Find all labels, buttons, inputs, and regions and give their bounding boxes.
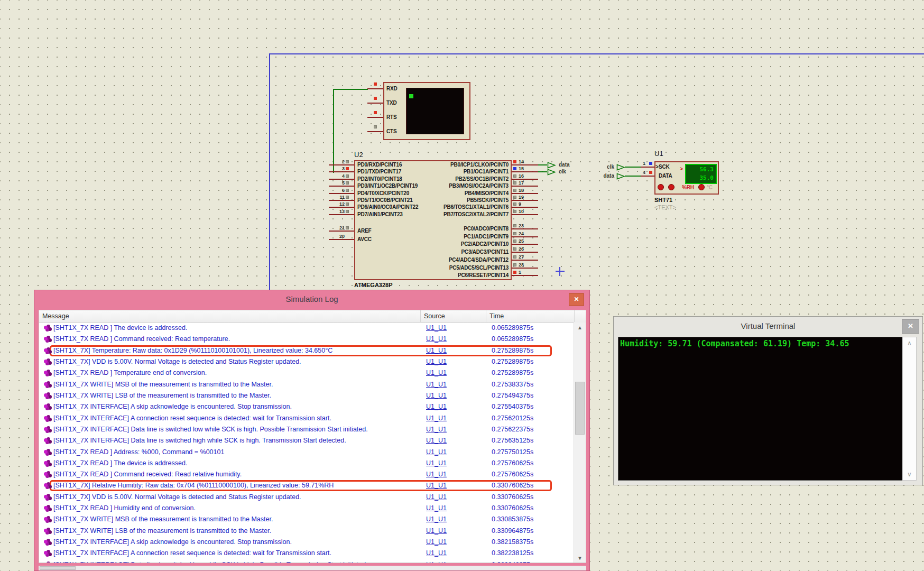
virtual-terminal-screen[interactable]: Humidity: 59.71 (Compansated: 61.19) Tem… <box>618 337 902 481</box>
log-source-link[interactable]: U1_U1 <box>426 514 447 525</box>
log-message-text: [SHT1X_7X INTERFACE] Data line is switch… <box>53 559 368 563</box>
log-source-link[interactable]: U1_U1 <box>426 334 447 345</box>
log-source-link[interactable]: U1_U1 <box>426 458 447 469</box>
log-row[interactable]: [SHT1X_7X INTERFACE] A skip acknowledge … <box>39 401 575 412</box>
log-row[interactable]: [SHT1X_7X READ ] Humidity end of convers… <box>39 503 575 514</box>
log-row[interactable]: [SHT1X_7X INTERFACE] Data line is switch… <box>39 435 575 446</box>
log-source-link[interactable]: U1_U1 <box>426 424 447 435</box>
log-source-link[interactable]: U1_U1 <box>426 548 447 559</box>
log-row[interactable]: [SHT1X_7X READ ] Address: %000, Command … <box>39 447 575 458</box>
pin-number: 16 <box>519 173 524 179</box>
log-time-value: 0.382238125s <box>492 548 533 559</box>
log-source-link[interactable]: U1_U1 <box>426 401 447 412</box>
log-row[interactable]: [SHT1X_7X INTERFACE] Data line is switch… <box>39 559 575 563</box>
column-header-message[interactable]: Message <box>39 310 421 322</box>
log-message-icon <box>44 360 48 363</box>
log-source-link[interactable]: U1_U1 <box>426 526 447 537</box>
log-source-link[interactable]: U1_U1 <box>426 480 447 491</box>
log-horizontal-scrollbar[interactable] <box>39 566 586 570</box>
net-wire[interactable] <box>538 171 547 172</box>
close-icon[interactable]: ✕ <box>902 319 919 334</box>
pin-number: 3 <box>332 166 345 171</box>
pin-stub <box>641 176 654 177</box>
net-wire[interactable] <box>625 176 641 177</box>
log-source-link[interactable]: U1_U1 <box>426 379 447 390</box>
log-row[interactable]: [SHT1X_7X INTERFACE] A skip acknowledge … <box>39 537 575 548</box>
pin-stub <box>329 171 354 172</box>
scroll-up-icon[interactable]: ▲ <box>574 323 586 333</box>
log-row[interactable]: [SHT1X_7X READ ] Temperature end of conv… <box>39 367 575 379</box>
virtual-terminal-symbol[interactable]: RXDTXDRTSCTS <box>328 74 476 143</box>
u1-sht71[interactable]: U1 clk1>SCKdata4DATA > 56.3 35.0 %RH °C … <box>603 150 729 216</box>
pin-stub <box>329 207 354 208</box>
log-row[interactable]: [SHT1X_7X INTERFACE] A connection reset … <box>39 548 575 559</box>
log-row[interactable]: [SHT1X_7X WRITE] MSB of the measurement … <box>39 379 575 390</box>
pin-number: 27 <box>519 254 524 260</box>
sheet-border-left <box>269 53 270 290</box>
log-source-link[interactable]: U1_U1 <box>426 559 447 563</box>
log-message-text: [SHT1X_7X WRITE] LSB of the measurement … <box>53 526 271 537</box>
pin-stub <box>512 186 538 187</box>
log-row[interactable]: [SHT1X_7X READ ] Command received: Read … <box>39 334 575 345</box>
column-header-source[interactable]: Source <box>421 310 486 322</box>
log-message-icon <box>44 495 48 499</box>
pin-state-indicator <box>513 202 516 206</box>
log-row[interactable]: [SHT1X_7X] Temperature: Raw data: 0x1D29… <box>39 345 575 356</box>
log-row[interactable]: [SHT1X_7X] Relative Humitity: Raw data: … <box>39 480 575 491</box>
temp-unit-label: °C <box>707 185 713 191</box>
terminal-pin-cts: CTS <box>386 128 396 135</box>
log-message-text: [SHT1X_7X READ ] The device is addressed… <box>53 458 187 469</box>
log-source-link[interactable]: U1_U1 <box>426 356 447 367</box>
log-source-link[interactable]: U1_U1 <box>426 503 447 514</box>
log-source-link[interactable]: U1_U1 <box>426 367 447 379</box>
log-row[interactable]: [SHT1X_7X WRITE] LSB of the measurement … <box>39 526 575 537</box>
log-row[interactable]: [SHT1X_7X READ ] Command received: Read … <box>39 469 575 480</box>
log-time-value: 0.275289875s <box>492 356 533 367</box>
log-message-text: [SHT1X_7X] Temperature: Raw data: 0x1D29… <box>53 345 332 356</box>
net-wire[interactable] <box>538 164 547 165</box>
log-row[interactable]: [SHT1X_7X READ ] The device is addressed… <box>39 323 575 334</box>
log-vertical-scrollbar[interactable]: ▲ ▼ <box>574 323 586 563</box>
terminal-symbol-screen <box>406 88 464 134</box>
log-message-text: [SHT1X_7X INTERFACE] A connection reset … <box>53 413 331 424</box>
log-row[interactable]: [SHT1X_7X READ ] The device is addressed… <box>39 458 575 469</box>
log-source-link[interactable]: U1_U1 <box>426 435 447 446</box>
pin-state-indicator <box>346 189 349 192</box>
pin-stub <box>512 164 538 165</box>
log-row[interactable]: [SHT1X_7X INTERFACE] A connection reset … <box>39 413 575 424</box>
log-row[interactable]: [SHT1X_7X] VDD is 5.00V. Normal Voltage … <box>39 492 575 503</box>
u1-ref-label: U1 <box>654 150 663 158</box>
log-source-link[interactable]: U1_U1 <box>426 413 447 424</box>
log-row[interactable]: [SHT1X_7X] VDD is 5.00V. Normal Voltage … <box>39 356 575 367</box>
log-message-text: [SHT1X_7X] VDD is 5.00V. Normal Voltage … <box>53 356 301 367</box>
scroll-down-icon[interactable]: ▼ <box>574 553 586 563</box>
log-message-icon <box>44 517 48 521</box>
net-label-clk: clk <box>559 169 566 175</box>
pin-number: 4 <box>643 170 645 175</box>
log-row[interactable]: [SHT1X_7X WRITE] LSB of the measurement … <box>39 390 575 401</box>
sheet-border-top <box>269 53 924 54</box>
scrollbar-thumb[interactable] <box>40 566 76 570</box>
u2-pin-label: PC3/ADC3/PCINT11 <box>378 249 509 255</box>
scrollbar-thumb[interactable] <box>575 382 585 435</box>
scroll-down-icon[interactable]: ∨ <box>903 469 916 479</box>
terminal-scrollbar[interactable]: ∧ ∨ <box>902 337 917 481</box>
log-source-link[interactable]: U1_U1 <box>426 492 447 503</box>
log-message-icon <box>44 472 48 476</box>
net-wire[interactable] <box>625 167 641 168</box>
log-source-link[interactable]: U1_U1 <box>426 447 447 458</box>
log-source-link[interactable]: U1_U1 <box>426 345 447 356</box>
log-time-value: 0.275289875s <box>492 367 533 379</box>
log-row[interactable]: [SHT1X_7X INTERFACE] Data line is switch… <box>39 424 575 435</box>
log-source-link[interactable]: U1_U1 <box>426 390 447 401</box>
close-icon[interactable]: ✕ <box>569 293 584 306</box>
log-message-text: [SHT1X_7X] VDD is 5.00V. Normal Voltage … <box>53 492 301 503</box>
u2-atmega328p[interactable]: U2 ATMEGA328P 2PD0/RXD/PCINT163PD1/TXD/P… <box>328 151 555 294</box>
log-source-link[interactable]: U1_U1 <box>426 323 447 334</box>
log-row[interactable]: [SHT1X_7X WRITE] MSB of the measurement … <box>39 514 575 525</box>
scroll-up-icon[interactable]: ∧ <box>903 338 916 348</box>
log-source-link[interactable]: U1_U1 <box>426 537 447 548</box>
pin-stub <box>329 239 354 240</box>
log-source-link[interactable]: U1_U1 <box>426 469 447 480</box>
column-header-time[interactable]: Time <box>486 310 575 322</box>
